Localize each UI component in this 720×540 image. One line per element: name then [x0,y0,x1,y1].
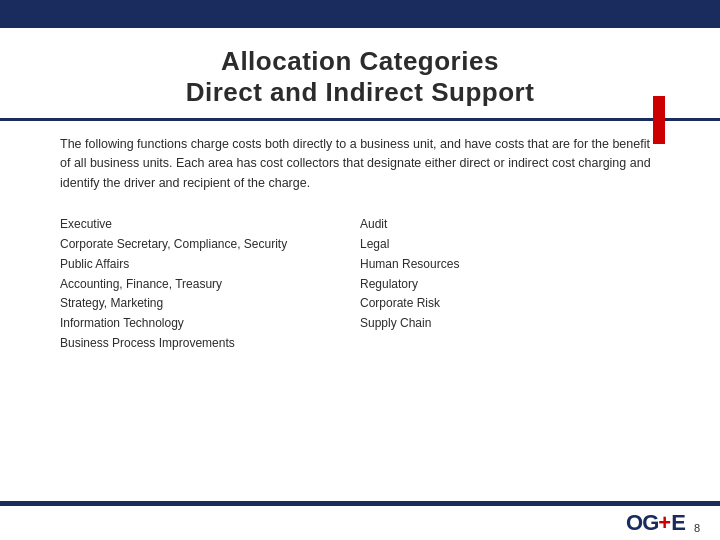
top-bar [0,0,720,28]
title-line2: Direct and Indirect Support [60,77,660,108]
list-item: Corporate Risk [360,294,660,314]
page-number: 8 [694,522,700,536]
lists-container: Executive Corporate Secretary, Complianc… [60,215,660,354]
right-list-column: Audit Legal Human Resources Regulatory C… [360,215,660,354]
left-list-column: Executive Corporate Secretary, Complianc… [60,215,360,354]
list-item: Legal [360,235,660,255]
list-item: Public Affairs [60,255,360,275]
right-list: Audit Legal Human Resources Regulatory C… [360,215,660,334]
logo-container: OG+E [626,510,686,536]
list-item: Accounting, Finance, Treasury [60,275,360,295]
list-item: Audit [360,215,660,235]
footer-right: OG+E 8 [626,510,700,536]
title-area: Allocation Categories Direct and Indirec… [0,28,720,121]
title-line1: Allocation Categories [60,46,660,77]
list-item: Regulatory [360,275,660,295]
list-item: Business Process Improvements [60,334,360,354]
logo-plus: + [658,510,671,536]
footer-area: OG+E 8 [0,506,720,540]
logo-og: OG [626,510,658,536]
slide-container: Allocation Categories Direct and Indirec… [0,0,720,540]
list-item: Strategy, Marketing [60,294,360,314]
list-item: Information Technology [60,314,360,334]
logo-e: E [671,510,686,536]
list-item: Corporate Secretary, Compliance, Securit… [60,235,360,255]
content-area: The following functions charge costs bot… [0,121,720,501]
list-item: Human Resources [360,255,660,275]
title-accent [653,96,665,144]
list-item: Supply Chain [360,314,660,334]
intro-text: The following functions charge costs bot… [60,135,660,193]
left-list: Executive Corporate Secretary, Complianc… [60,215,360,354]
list-item: Executive [60,215,360,235]
